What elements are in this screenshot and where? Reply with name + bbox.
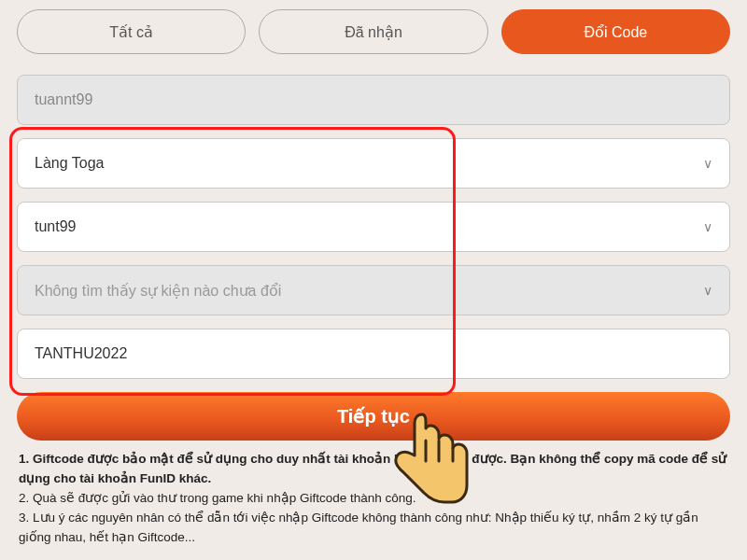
event-select[interactable]: Không tìm thấy sự kiện nào chưa đổi ∨: [17, 265, 730, 315]
note-2: 2. Quà sẽ được gửi vào thư trong game kh…: [19, 489, 728, 509]
note-1a: 1. Giftcode được bảo mật để sử dụng cho …: [19, 452, 402, 466]
chevron-down-icon: ∨: [703, 283, 712, 298]
character-select[interactable]: tunt99 ∨: [17, 202, 730, 252]
username-value: tuannt99: [35, 91, 92, 108]
tab-bar: Tất cả Đã nhận Đổi Code: [17, 9, 730, 54]
chevron-down-icon: ∨: [703, 219, 712, 234]
character-value: tunt99: [35, 218, 76, 235]
event-placeholder: Không tìm thấy sự kiện nào chưa đổi: [35, 282, 281, 300]
tab-redeem[interactable]: Đổi Code: [501, 9, 730, 54]
notes-block: 1. Giftcode được bảo mật để sử dụng cho …: [17, 450, 730, 548]
code-value: TANTHU2022: [35, 345, 127, 362]
tab-received[interactable]: Đã nhận: [259, 9, 487, 54]
continue-button[interactable]: Tiếp tục: [17, 392, 730, 441]
note-3: 3. Lưu ý các nguyên nhân có thể dẫn tới …: [19, 509, 728, 548]
code-input[interactable]: TANTHU2022: [17, 329, 730, 379]
username-field: tuannt99: [17, 75, 730, 125]
server-value: Làng Toga: [35, 155, 104, 172]
chevron-down-icon: ∨: [703, 156, 712, 171]
tab-all[interactable]: Tất cả: [17, 9, 246, 54]
server-select[interactable]: Làng Toga ∨: [17, 138, 730, 189]
